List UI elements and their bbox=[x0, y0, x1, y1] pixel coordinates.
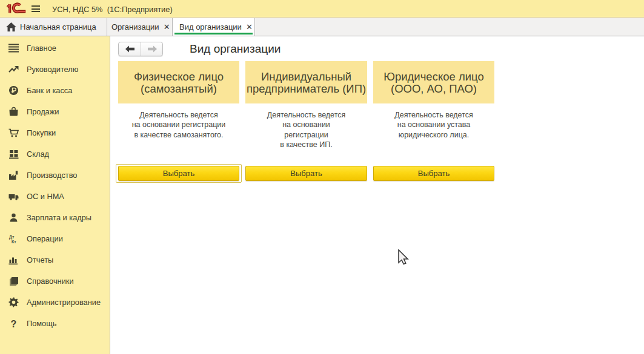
svg-text:Дт: Дт bbox=[9, 235, 15, 240]
svg-text:Кт: Кт bbox=[12, 240, 16, 244]
svg-text:?: ? bbox=[11, 319, 17, 329]
